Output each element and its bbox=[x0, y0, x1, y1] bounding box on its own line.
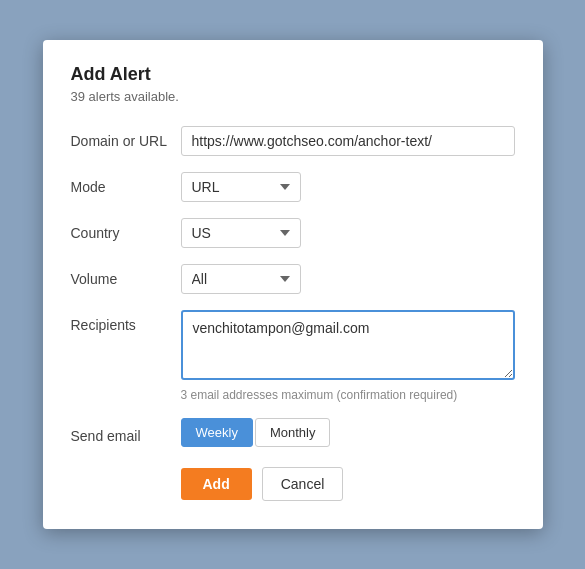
action-row: Add Cancel bbox=[71, 467, 515, 501]
recipients-control: venchitotampon@gmail.com 3 email address… bbox=[181, 310, 515, 402]
domain-control bbox=[181, 126, 515, 156]
domain-label: Domain or URL bbox=[71, 126, 181, 149]
modal-subtitle: 39 alerts available. bbox=[71, 89, 515, 104]
volume-select[interactable]: All Low Medium High bbox=[181, 264, 301, 294]
modal-title: Add Alert bbox=[71, 64, 515, 85]
mode-select[interactable]: URL Domain Subdomain bbox=[181, 172, 301, 202]
send-email-label: Send email bbox=[71, 421, 181, 444]
domain-row: Domain or URL bbox=[71, 126, 515, 156]
send-email-control: Weekly Monthly bbox=[181, 418, 515, 447]
country-control: US UK CA AU bbox=[181, 218, 515, 248]
recipients-row: Recipients venchitotampon@gmail.com 3 em… bbox=[71, 310, 515, 402]
recipients-hint: 3 email addresses maximum (confirmation … bbox=[181, 388, 515, 402]
mode-row: Mode URL Domain Subdomain bbox=[71, 172, 515, 202]
send-email-row: Send email Weekly Monthly bbox=[71, 418, 515, 447]
recipients-textarea[interactable]: venchitotampon@gmail.com bbox=[181, 310, 515, 380]
country-row: Country US UK CA AU bbox=[71, 218, 515, 248]
frequency-toggle-group: Weekly Monthly bbox=[181, 418, 515, 447]
mode-label: Mode bbox=[71, 172, 181, 195]
monthly-button[interactable]: Monthly bbox=[255, 418, 331, 447]
volume-control: All Low Medium High bbox=[181, 264, 515, 294]
add-alert-modal: Add Alert 39 alerts available. Domain or… bbox=[43, 40, 543, 529]
domain-input[interactable] bbox=[181, 126, 515, 156]
weekly-button[interactable]: Weekly bbox=[181, 418, 253, 447]
country-label: Country bbox=[71, 218, 181, 241]
cancel-button[interactable]: Cancel bbox=[262, 467, 344, 501]
volume-row: Volume All Low Medium High bbox=[71, 264, 515, 294]
country-select[interactable]: US UK CA AU bbox=[181, 218, 301, 248]
add-button[interactable]: Add bbox=[181, 468, 252, 500]
volume-label: Volume bbox=[71, 264, 181, 287]
mode-control: URL Domain Subdomain bbox=[181, 172, 515, 202]
recipients-label: Recipients bbox=[71, 310, 181, 333]
